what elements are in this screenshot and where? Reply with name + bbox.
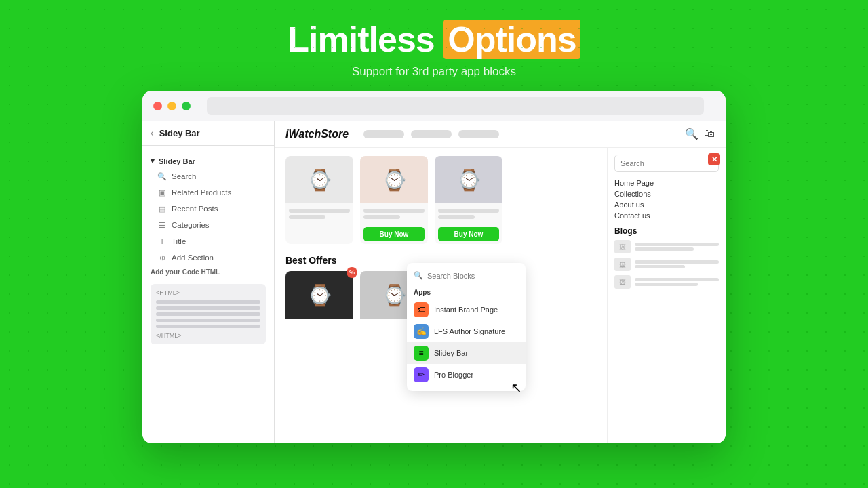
product-card: ⌚ Buy Now (435, 156, 502, 244)
sidebar-item-label: Title (172, 237, 186, 245)
app-icon-instant-brand: 🏷 (414, 302, 429, 317)
browser-content: ‹ Sidey Bar ▾ Slidey Bar 🔍 Search ▣ Rela… (142, 121, 726, 443)
hero-subtitle: Support for 3rd party app blocks (352, 65, 516, 79)
chevron-icon: ▾ (151, 157, 155, 165)
slidey-close-button[interactable]: ✕ (708, 153, 720, 165)
blog-item: 🖼 (614, 258, 719, 271)
browser-window: ‹ Sidey Bar ▾ Slidey Bar 🔍 Search ▣ Rela… (142, 91, 726, 443)
dropdown-section-label: Apps (407, 286, 526, 299)
close-icon: ✕ (711, 155, 717, 164)
url-bar[interactable] (207, 97, 704, 115)
product-card: ⌚ Buy Now (360, 156, 428, 244)
title-part1: Limitless (288, 20, 443, 59)
text-icon: T (157, 237, 167, 246)
sidebar-items: ▾ Slidey Bar 🔍 Search ▣ Related Products… (142, 146, 274, 443)
sidebar-item-title[interactable]: T Title (142, 233, 274, 249)
html-code-block: <HTML> </HTML> (151, 284, 266, 344)
browser-chrome (142, 91, 726, 121)
group-label: Slidey Bar (159, 157, 195, 165)
nav-link-collections[interactable]: Collections (614, 188, 719, 199)
blogs-section: Blogs 🖼 🖼 (614, 226, 719, 289)
nav-placeholder (411, 130, 452, 138)
sidebar-item-label: Search (172, 172, 196, 180)
buy-now-button[interactable]: Buy Now (363, 227, 425, 241)
maximize-dot[interactable] (182, 102, 191, 110)
sidebar-item-label: Add Section (172, 253, 214, 262)
blog-thumbnail: 🖼 (614, 275, 631, 289)
blog-lines (635, 241, 719, 252)
dropdown-item-lfs-author[interactable]: ✍ LFS Author Signature (407, 321, 526, 342)
search-icon: 🔍 (157, 171, 167, 181)
cart-icon[interactable]: 🛍 (704, 127, 715, 140)
nav-placeholder (458, 130, 499, 138)
html-open-tag: <HTML> (156, 289, 260, 296)
box-icon: ▣ (157, 188, 167, 197)
slidey-search-input[interactable] (614, 155, 719, 172)
product-image: ⌚ (285, 271, 353, 319)
app-label: Slidey Bar (434, 349, 468, 357)
sidebar-item-search[interactable]: 🔍 Search (142, 168, 274, 184)
nav-links: Home Page Collections About us Contact u… (614, 178, 719, 221)
sidebar-item-label: Recent Posts (172, 205, 218, 213)
nav-link-about[interactable]: About us (614, 199, 719, 210)
add-section-button[interactable]: ⊕ Add Section (142, 249, 274, 266)
hero-title: Limitless Options (288, 19, 580, 60)
dropdown-item-pro-blogger[interactable]: ✏ Pro Blogger (407, 364, 526, 386)
dropdown-search: 🔍 (407, 268, 526, 283)
back-arrow[interactable]: ‹ (151, 127, 154, 138)
product-image: ⌚ (435, 156, 502, 203)
product-card: ⌚ (285, 271, 353, 319)
sidebar-item-label: Related Products (172, 188, 231, 197)
store-logo: iWatchStore (285, 128, 349, 140)
app-icon-lfs-author: ✍ (414, 324, 429, 339)
product-info (435, 203, 502, 224)
blocks-dropdown: 🔍 Apps 🏷 Instant Brand Page ✍ LFS Author… (407, 263, 526, 391)
logo-text: iWatchStore (285, 128, 349, 140)
code-line (156, 300, 260, 304)
dropdown-item-slidey-bar[interactable]: ≡ Slidey Bar (407, 342, 526, 364)
app-label: Instant Brand Page (434, 306, 498, 314)
list-icon: ☰ (157, 220, 167, 230)
title-part2: Options (443, 20, 580, 59)
search-icon[interactable]: 🔍 (685, 127, 698, 140)
app-label: LFS Author Signature (434, 327, 505, 336)
blocks-search-input[interactable] (427, 272, 521, 280)
section-title: Sidey Bar (159, 128, 200, 138)
app-icon-slidey-bar: ≡ (414, 346, 429, 361)
code-line (156, 312, 260, 316)
store-body: ⌚ ⌚ Buy Now (275, 148, 726, 443)
best-offers-label: Best Offers (285, 255, 336, 266)
editor-sidebar: ‹ Sidey Bar ▾ Slidey Bar 🔍 Search ▣ Rela… (142, 121, 275, 443)
discount-badge: % (347, 267, 357, 278)
blogs-label: Blogs (614, 226, 719, 236)
blog-thumbnail: 🖼 (614, 258, 631, 271)
html-section-label: Add your Code HTML (142, 266, 274, 279)
product-card: ⌚ (285, 156, 353, 244)
close-dot[interactable] (153, 102, 162, 110)
product-card-wrap: ⌚ % (285, 271, 353, 319)
nav-link-contact[interactable]: Contact us (614, 210, 719, 221)
code-line (156, 306, 260, 310)
sidebar-item-recent-posts[interactable]: ▤ Recent Posts (142, 201, 274, 217)
nav-link-home[interactable]: Home Page (614, 178, 719, 188)
minimize-dot[interactable] (167, 102, 176, 110)
blog-lines (635, 277, 719, 287)
product-info (285, 203, 353, 224)
blog-lines (635, 259, 719, 270)
store-icons: 🔍 🛍 (685, 127, 715, 140)
app-icon-pro-blogger: ✏ (414, 367, 429, 382)
dropdown-item-instant-brand[interactable]: 🏷 Instant Brand Page (407, 299, 526, 321)
search-icon: 🔍 (414, 271, 423, 280)
blog-item: 🖼 (614, 275, 719, 289)
slidey-bar: ✕ Home Page Collections About us Contact… (607, 148, 726, 443)
code-lines (156, 300, 260, 328)
app-label: Pro Blogger (434, 371, 473, 379)
sidebar-item-related-products[interactable]: ▣ Related Products (142, 184, 274, 201)
product-info (360, 203, 428, 224)
nav-placeholder (363, 130, 404, 138)
buy-now-button[interactable]: Buy Now (438, 227, 499, 241)
plus-circle-icon: ⊕ (157, 253, 167, 262)
blog-item: 🖼 (614, 240, 719, 253)
sidebar-header: ‹ Sidey Bar (142, 121, 274, 146)
sidebar-item-categories[interactable]: ☰ Categories (142, 217, 274, 233)
